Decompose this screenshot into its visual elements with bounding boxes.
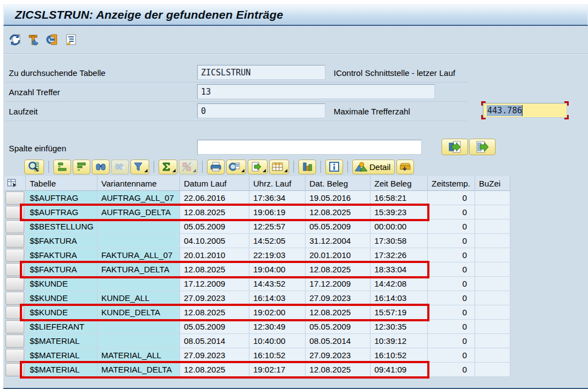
row-selector[interactable] [6,349,24,362]
max-hits-field[interactable]: 443.786 [483,103,567,118]
detail-button[interactable]: Detail [352,160,395,174]
table-cell[interactable]: 17:32:26 [371,248,428,262]
table-cell[interactable] [97,220,180,234]
row-selector[interactable] [6,234,24,248]
table-cell[interactable]: 0 [428,334,475,348]
table-cell[interactable]: 17.12.2009 [306,277,371,291]
table-cell[interactable]: 05.05.2009 [306,320,371,334]
table-cell[interactable]: FAKTURA_DELTA [97,262,180,277]
table-cell[interactable]: 17:30:58 [371,234,428,248]
table-cell[interactable]: 15:57:19 [371,305,428,320]
table-cell[interactable]: 15:39:23 [371,205,428,220]
table-cell[interactable]: 12.08.2025 [306,262,371,277]
table-cell[interactable]: 10:40:00 [249,334,306,348]
table-cell[interactable] [475,234,510,248]
table-cell[interactable]: 14:43:52 [249,277,306,291]
table-cell[interactable]: 08.05.2014 [180,334,249,348]
sort-ascending-button[interactable] [53,160,71,174]
select-all-header[interactable] [4,176,26,191]
table-cell[interactable]: 0 [428,348,475,363]
table-cell[interactable]: MATERIAL_DELTA [97,363,180,377]
table-cell[interactable]: 14:42:08 [371,277,428,291]
row-selector[interactable] [6,206,24,219]
table-cell[interactable]: 20.01.2010 [306,248,371,262]
table-cell[interactable]: 0 [428,363,475,377]
table-cell[interactable]: 12:25:57 [249,220,306,234]
refresh-icon[interactable] [8,32,22,47]
table-cell[interactable]: 16:14:03 [249,291,306,305]
column-header[interactable]: Uhrz. Lauf [249,176,306,191]
table-cell[interactable]: $$KUNDE [26,277,97,291]
row-selector[interactable] [6,191,24,205]
table-cell[interactable]: AUFTRAG_DELTA [97,205,180,220]
layout-button[interactable] [269,160,289,174]
table-cell[interactable]: $$KUNDE [26,305,97,320]
table-cell[interactable]: 0 [428,205,475,220]
table-cell[interactable]: 16:14:03 [371,291,428,305]
table-cell[interactable]: 12:30:35 [371,320,428,334]
info-button[interactable] [325,160,343,174]
table-cell[interactable]: 14:52:05 [249,234,306,248]
table-cell[interactable]: 20.01.2010 [180,248,249,262]
column-header[interactable]: Variantenname [97,176,180,191]
table-cell[interactable]: 0 [428,320,475,334]
find-next-button[interactable] [111,160,129,174]
table-cell[interactable]: $$FAKTURA [26,248,97,262]
table-cell[interactable]: 19:04:00 [249,262,306,277]
table-cell[interactable]: 0 [428,248,475,262]
table-cell[interactable]: 0 [428,305,475,320]
table-cell[interactable]: KUNDE_DELTA [97,305,180,320]
details-button[interactable] [24,160,44,174]
row-selector[interactable] [6,363,24,376]
table-cell[interactable]: 12.08.2025 [180,262,249,277]
table-cell[interactable] [97,320,180,334]
hit-count-field[interactable]: 13 [197,84,435,99]
table-cell[interactable] [475,191,510,205]
table-cell[interactable]: $$LIEFERANT [26,320,97,334]
table-cell[interactable]: $$FAKTURA [26,262,97,277]
table-cell[interactable]: FAKTURA_ALL_07 [97,248,180,262]
insert-column-input[interactable] [197,140,422,155]
table-cell[interactable]: 19.05.2016 [306,191,371,205]
table-cell[interactable]: 05.05.2009 [180,320,249,334]
runtime-field[interactable]: 0 [197,103,325,118]
table-cell[interactable]: 27.09.2023 [180,348,249,363]
table-cell[interactable]: 12.08.2025 [180,205,249,220]
table-cell[interactable] [475,334,510,348]
table-cell[interactable]: 10:39:12 [371,334,428,348]
table-cell[interactable]: 12.08.2025 [306,305,371,320]
sum-button[interactable] [159,160,177,174]
table-cell[interactable] [475,248,510,262]
table-cell[interactable]: 12.08.2025 [180,363,249,377]
table-cell[interactable]: $$KUNDE [26,291,97,305]
table-cell[interactable] [97,277,180,291]
table-cell[interactable]: 09:41:09 [371,363,428,377]
export-button[interactable] [248,160,268,174]
table-cell[interactable]: 19:06:19 [249,205,306,220]
table-cell[interactable]: 19:02:00 [249,305,306,320]
table-cell[interactable]: AUFTRAG_ALL_07 [97,191,180,205]
table-cell[interactable]: 05.05.2009 [180,220,249,234]
table-cell[interactable]: $$FAKTURA [26,234,97,248]
column-header[interactable]: BuZei [475,176,510,191]
table-cell[interactable]: 12.08.2025 [180,305,249,320]
table-cell[interactable]: $$MATERIAL [26,363,97,377]
table-cell[interactable]: 16:10:52 [249,348,306,363]
box-arrow-button[interactable] [396,160,414,174]
table-cell[interactable]: 22:19:03 [249,248,306,262]
table-cell[interactable]: $$MATERIAL [26,334,97,348]
table-cell[interactable]: 17:36:34 [249,191,306,205]
table-cell[interactable]: 00:00:00 [371,220,428,234]
row-selector[interactable] [6,220,24,233]
row-selector[interactable] [6,277,24,291]
find-button[interactable] [92,160,110,174]
remove-column-button[interactable] [469,139,496,155]
table-cell[interactable]: 08.05.2014 [306,334,371,348]
table-cell[interactable]: 0 [428,277,475,291]
filter-button[interactable] [130,160,149,174]
table-cell[interactable]: 12:30:49 [249,320,306,334]
table-cell[interactable]: 0 [428,262,475,277]
table-cell[interactable]: 0 [428,220,475,234]
table-cell[interactable]: 31.12.2004 [306,234,371,248]
views-button[interactable] [226,160,246,174]
